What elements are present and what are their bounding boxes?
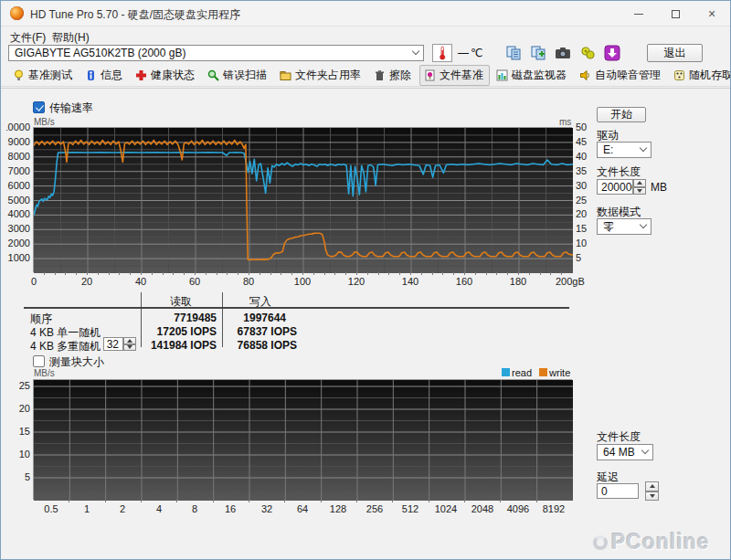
chart1-left-unit: MB/s bbox=[34, 117, 55, 127]
temperature-unit: ℃ bbox=[471, 47, 482, 59]
arrow-up-icon bbox=[650, 484, 655, 488]
tabbar: 基准测试 信息 健康状态 错误扫描 文件夹占用率 擦除 文件基准 磁盘监视器 bbox=[1, 65, 730, 87]
minimize-button[interactable] bbox=[620, 1, 657, 26]
trash-icon bbox=[374, 69, 386, 81]
spin-down-button[interactable] bbox=[645, 491, 659, 502]
chevron-down-icon bbox=[412, 48, 419, 55]
copy-image-icon bbox=[531, 46, 546, 60]
exit-button-label: 退出 bbox=[664, 46, 686, 61]
spin-down-button[interactable] bbox=[123, 344, 136, 352]
toolbar: GIGABYTE AG510K2TB (2000 gB) — ℃ bbox=[1, 45, 730, 65]
dice-icon bbox=[673, 69, 685, 81]
tab-random-access[interactable]: 随机存取 bbox=[669, 65, 731, 86]
file-length-unit: MB bbox=[651, 181, 667, 194]
menu-help[interactable]: 帮助(H) bbox=[48, 30, 93, 46]
legend-read-swatch bbox=[502, 368, 510, 376]
folder-icon bbox=[280, 69, 291, 81]
exit-button[interactable]: 退出 bbox=[647, 44, 703, 62]
bar-chart-icon bbox=[496, 69, 508, 81]
chevron-down-icon bbox=[641, 447, 649, 454]
magnifier-icon bbox=[207, 69, 219, 81]
drive-selector[interactable]: GIGABYTE AG510K2TB (2000 gB) bbox=[8, 45, 424, 61]
spin-up-button[interactable] bbox=[633, 179, 646, 187]
temperature-display bbox=[432, 44, 452, 62]
speaker-icon bbox=[579, 69, 591, 81]
seq-write-value: 1997644 bbox=[226, 312, 286, 324]
tab-health[interactable]: 健康状态 bbox=[131, 65, 201, 86]
legend-write-label: write bbox=[549, 367, 570, 378]
app-icon bbox=[10, 6, 24, 20]
multi4k-read-value: 141984 IOPS bbox=[145, 339, 217, 352]
maximize-button[interactable] bbox=[657, 1, 694, 26]
block-size-chart bbox=[33, 379, 572, 500]
spin-up-button[interactable] bbox=[645, 481, 659, 491]
tab-file-benchmark[interactable]: 文件基准 bbox=[419, 65, 490, 86]
rand4k-write-value: 67837 IOPS bbox=[226, 325, 297, 338]
chevron-down-icon bbox=[640, 144, 647, 152]
transfer-rate-label: 传输速率 bbox=[49, 100, 93, 116]
copy-image-button[interactable] bbox=[527, 43, 549, 62]
maximize-icon bbox=[672, 10, 680, 18]
spin-down-button[interactable] bbox=[633, 187, 646, 195]
start-button[interactable]: 开始 bbox=[597, 107, 646, 122]
temperature-value: — bbox=[458, 47, 469, 59]
screenshot-button[interactable] bbox=[552, 43, 574, 62]
queue-depth-field[interactable]: 32 bbox=[103, 337, 123, 351]
arrow-up-icon bbox=[637, 181, 642, 185]
chevron-down-icon bbox=[640, 221, 647, 228]
tab-folder-usage[interactable]: 文件夹占用率 bbox=[275, 65, 367, 86]
delay-spinner bbox=[645, 481, 659, 501]
arrow-down-icon bbox=[637, 189, 642, 193]
tab-erase[interactable]: 擦除 bbox=[369, 65, 418, 86]
legend-write-swatch bbox=[539, 368, 547, 376]
arrow-down-icon bbox=[650, 494, 655, 498]
chart1-right-unit: ms bbox=[559, 117, 571, 127]
block-file-length-combo[interactable]: 64 MB bbox=[597, 444, 653, 460]
pconline-logo-icon bbox=[593, 535, 608, 550]
update-button[interactable] bbox=[601, 43, 623, 62]
arrow-up-icon bbox=[127, 339, 132, 343]
file-length-label: 文件长度 bbox=[597, 164, 641, 180]
block-size-checkbox[interactable] bbox=[33, 355, 45, 367]
tab-aam[interactable]: 自动噪音管理 bbox=[575, 65, 667, 86]
multi4k-write-value: 76858 IOPS bbox=[226, 339, 297, 352]
info-icon bbox=[85, 69, 97, 81]
spin-up-button[interactable] bbox=[123, 337, 136, 344]
data-mode-combo[interactable]: 零 bbox=[597, 218, 652, 235]
arrow-down-icon bbox=[127, 345, 132, 349]
tab-benchmark[interactable]: 基准测试 bbox=[8, 65, 79, 86]
titlebar: HD Tune Pro 5.70 - 硬盘/固态硬盘实用程序 × bbox=[1, 1, 730, 26]
tab-disk-monitor[interactable]: 磁盘监视器 bbox=[492, 65, 573, 86]
table-row-label: 4 KB 多重随机 bbox=[30, 339, 101, 354]
download-arrow-icon bbox=[604, 45, 620, 61]
chart2-legend: read write bbox=[502, 367, 570, 378]
menu-file[interactable]: 文件(F) bbox=[6, 30, 49, 46]
seq-read-value: 7719485 bbox=[145, 312, 217, 324]
options-icon bbox=[580, 46, 596, 60]
delay-field[interactable]: 0 bbox=[597, 483, 639, 499]
copy-text-icon bbox=[506, 46, 522, 60]
health-cross-icon bbox=[135, 69, 147, 81]
file-length-spinner bbox=[633, 179, 646, 195]
file-length-field[interactable]: 200000 bbox=[597, 179, 633, 195]
thermometer-icon bbox=[438, 46, 447, 60]
pconline-watermark: PConline bbox=[593, 530, 710, 555]
tab-error-scan[interactable]: 错误扫描 bbox=[203, 65, 273, 86]
queue-depth-spinner bbox=[123, 337, 136, 351]
copy-text-button[interactable] bbox=[503, 43, 524, 62]
rand4k-read-value: 17205 IOPS bbox=[145, 325, 217, 338]
table-divider-1 bbox=[141, 292, 142, 347]
chart2-unit: MB/s bbox=[34, 368, 55, 378]
drive-combo[interactable]: E: bbox=[597, 142, 652, 158]
options-button[interactable] bbox=[577, 43, 599, 62]
tab-info[interactable]: 信息 bbox=[80, 65, 129, 86]
block-file-length-label: 文件长度 bbox=[597, 429, 641, 445]
transfer-rate-checkbox[interactable] bbox=[33, 101, 45, 113]
block-size-label: 测量块大小 bbox=[49, 354, 104, 370]
camera-icon bbox=[555, 47, 571, 59]
file-benchmark-icon bbox=[424, 69, 436, 81]
close-button[interactable]: × bbox=[694, 1, 730, 26]
table-divider-2 bbox=[222, 292, 223, 347]
hd-tune-window: HD Tune Pro 5.70 - 硬盘/固态硬盘实用程序 × 文件(F) 帮… bbox=[0, 0, 731, 560]
drive-selector-value: GIGABYTE AG510K2TB (2000 gB) bbox=[15, 47, 185, 59]
